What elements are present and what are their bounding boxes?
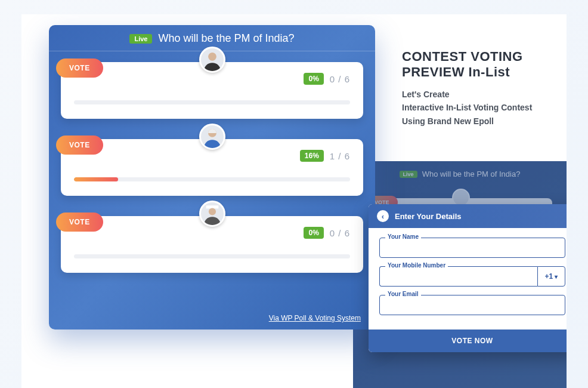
modal-title: Enter Your Details bbox=[395, 212, 462, 221]
percent-badge: 0% bbox=[304, 73, 323, 85]
country-code-value: +1 bbox=[545, 272, 553, 281]
chevron-left-icon: ‹ bbox=[382, 212, 384, 221]
promo-text: CONTEST VOTING PREVIEW In-List Let's Cre… bbox=[402, 49, 567, 128]
candidate-avatar bbox=[199, 201, 225, 227]
details-modal: ‹ Enter Your Details Your Name Your Mobi… bbox=[369, 204, 567, 352]
candidate-avatar bbox=[199, 124, 225, 150]
field-label: Your Mobile Number bbox=[385, 262, 448, 269]
poll-title: Who will be the PM of India? bbox=[158, 32, 294, 45]
mobile-input[interactable] bbox=[379, 266, 537, 287]
chevron-down-icon: ▾ bbox=[555, 273, 558, 280]
vote-now-button[interactable]: VOTE NOW bbox=[369, 330, 567, 352]
vote-ratio: 1 / 6 bbox=[330, 151, 350, 161]
modal-header: ‹ Enter Your Details bbox=[369, 204, 567, 228]
vote-button[interactable]: VOTE bbox=[56, 213, 103, 232]
promo-title-line: PREVIEW In-List bbox=[402, 64, 567, 80]
svg-point-0 bbox=[208, 53, 216, 61]
svg-point-3 bbox=[208, 208, 215, 215]
promo-sub-line: Using Brand New Epoll bbox=[402, 115, 567, 128]
name-input[interactable] bbox=[379, 238, 565, 258]
poll-option: VOTE 0% 0 / 6 bbox=[61, 62, 363, 119]
live-badge: Live bbox=[129, 34, 152, 44]
email-input[interactable] bbox=[379, 295, 565, 315]
poll-card: Live Who will be the PM of India? VOTE 0… bbox=[49, 25, 375, 330]
field-label: Your Name bbox=[385, 233, 421, 240]
promo-sub-line: Let's Create bbox=[402, 88, 567, 101]
promo-sub-line: Interactive In-List Voting Contest bbox=[402, 101, 567, 114]
poll-option: VOTE 16% 1 / 6 bbox=[61, 139, 363, 196]
promo-title-line: CONTEST VOTING bbox=[402, 49, 567, 64]
progress-track bbox=[74, 254, 350, 258]
percent-badge: 0% bbox=[304, 227, 323, 239]
percent-badge: 16% bbox=[300, 150, 324, 162]
candidate-avatar bbox=[199, 47, 225, 73]
poll-option: VOTE 0% 0 / 6 bbox=[61, 216, 363, 273]
progress-track bbox=[74, 177, 350, 181]
vote-button[interactable]: VOTE bbox=[56, 58, 103, 78]
progress-fill bbox=[74, 177, 118, 181]
back-button[interactable]: ‹ bbox=[377, 210, 389, 222]
progress-track bbox=[74, 100, 350, 104]
poll-credit-link[interactable]: Via WP Poll & Voting System bbox=[269, 314, 361, 322]
country-code-select[interactable]: +1 ▾ bbox=[537, 266, 565, 287]
vote-ratio: 0 / 6 bbox=[330, 74, 350, 84]
field-label: Your Email bbox=[385, 291, 421, 297]
vote-button[interactable]: VOTE bbox=[56, 136, 103, 155]
vote-ratio: 0 / 6 bbox=[330, 228, 350, 238]
poll-title: Who will be the PM of India? bbox=[422, 170, 521, 178]
live-badge: Live bbox=[400, 171, 417, 178]
